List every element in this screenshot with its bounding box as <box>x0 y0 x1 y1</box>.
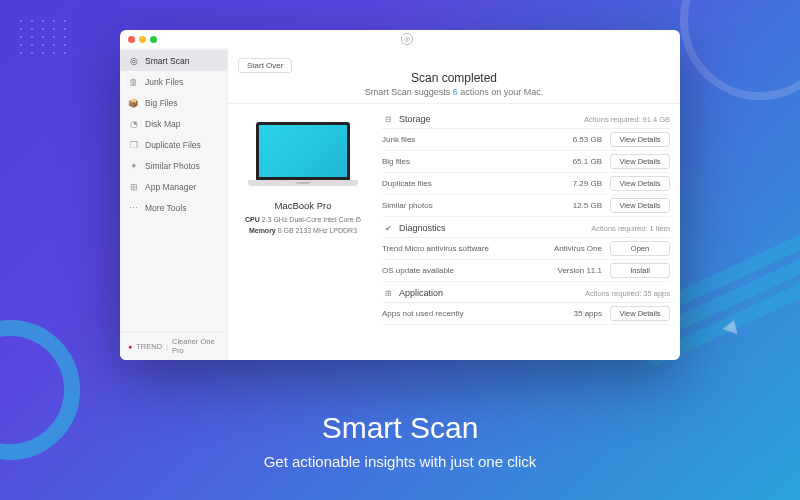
sidebar-item-app-manager[interactable]: ⊞App Manager <box>120 176 227 197</box>
sidebar-item-label: More Tools <box>145 203 186 213</box>
result-row: Trend Micro antivirus softwareAntivirus … <box>382 238 670 260</box>
row-value: Antivirus One <box>550 244 610 253</box>
row-name: Duplicate files <box>382 179 550 188</box>
cpu-spec: 2.3 GHz Dual-Core Intel Core i5 <box>262 216 361 223</box>
disk-map-icon: ◔ <box>128 118 139 129</box>
row-name: Similar photos <box>382 201 550 210</box>
app-manager-icon: ⊞ <box>128 181 139 192</box>
row-action-button[interactable]: View Details <box>610 132 670 147</box>
sidebar-item-smart-scan[interactable]: ◎Smart Scan <box>120 50 227 71</box>
row-name: Big files <box>382 157 550 166</box>
hero-subtitle: Get actionable insights with just one cl… <box>0 453 800 470</box>
sidebar-item-label: Similar Photos <box>145 161 200 171</box>
section-title: Application <box>399 288 443 298</box>
section-meta: Actions required: 1 item <box>591 224 670 233</box>
sidebar-item-label: Big Files <box>145 98 178 108</box>
section-title: Diagnostics <box>399 223 446 233</box>
more-tools-icon: ⋯ <box>128 202 139 213</box>
storage-icon: ⊟ <box>382 113 394 125</box>
hero-title: Smart Scan <box>0 411 800 445</box>
result-row: Similar photos12.5 GBView Details <box>382 195 670 217</box>
sidebar-item-disk-map[interactable]: ◔Disk Map <box>120 113 227 134</box>
macbook-illustration-icon <box>248 122 358 192</box>
close-icon[interactable] <box>128 36 135 43</box>
row-action-button[interactable]: View Details <box>610 306 670 321</box>
row-action-button[interactable]: Install <box>610 263 670 278</box>
result-row: Junk files6.53 GBView Details <box>382 129 670 151</box>
memory-spec: 8 GB 2133 MHz LPDDR3 <box>278 227 357 234</box>
row-name: OS update available <box>382 266 550 275</box>
similar-photos-icon: ✦ <box>128 160 139 171</box>
row-action-button[interactable]: View Details <box>610 176 670 191</box>
smart-scan-icon: ◎ <box>128 55 139 66</box>
sidebar-item-label: Smart Scan <box>145 56 189 66</box>
junk-files-icon: 🗑 <box>128 76 139 87</box>
titlebar: ◎ <box>120 30 680 48</box>
device-name: MacBook Pro <box>238 200 368 211</box>
sidebar-footer: ● TREND | Cleaner One Pro <box>120 331 227 360</box>
page-subtitle: Smart Scan suggests 6 actions on your Ma… <box>228 87 680 97</box>
sidebar-item-label: Disk Map <box>145 119 180 129</box>
sidebar-item-label: Junk Files <box>145 77 183 87</box>
hero-caption: Smart Scan Get actionable insights with … <box>0 411 800 470</box>
row-action-button[interactable]: Open <box>610 241 670 256</box>
scan-summary-header: Scan completed Smart Scan suggests 6 act… <box>228 71 680 104</box>
zoom-icon[interactable] <box>150 36 157 43</box>
device-info: MacBook Pro CPU 2.3 GHz Dual-Core Intel … <box>228 104 378 360</box>
row-value: 35 apps <box>550 309 610 318</box>
big-files-icon: 📦 <box>128 97 139 108</box>
app-window: ◎ ◎Smart Scan🗑Junk Files📦Big Files◔Disk … <box>120 30 680 360</box>
row-value: 12.5 GB <box>550 201 610 210</box>
result-row: OS update availableVersion 11.1Install <box>382 260 670 282</box>
scan-results: ⊟StorageActions required: 91.4 GBJunk fi… <box>378 104 680 360</box>
duplicate-files-icon: ❐ <box>128 139 139 150</box>
row-value: Version 11.1 <box>550 266 610 275</box>
minimize-icon[interactable] <box>139 36 146 43</box>
section-meta: Actions required: 91.4 GB <box>584 115 670 124</box>
sidebar: ◎Smart Scan🗑Junk Files📦Big Files◔Disk Ma… <box>120 48 228 360</box>
row-value: 7.29 GB <box>550 179 610 188</box>
result-row: Apps not used recently35 appsView Detail… <box>382 303 670 325</box>
section-header-application: ⊞ApplicationActions required: 35 apps <box>382 282 670 303</box>
sidebar-item-big-files[interactable]: 📦Big Files <box>120 92 227 113</box>
product-label: Cleaner One Pro <box>172 337 219 355</box>
section-header-diagnostics: ✔DiagnosticsActions required: 1 item <box>382 217 670 238</box>
section-meta: Actions required: 35 apps <box>585 289 670 298</box>
sidebar-item-label: Duplicate Files <box>145 140 201 150</box>
diagnostics-icon: ✔ <box>382 222 394 234</box>
row-value: 6.53 GB <box>550 135 610 144</box>
result-row: Big files65.1 GBView Details <box>382 151 670 173</box>
row-name: Trend Micro antivirus software <box>382 244 550 253</box>
brand-logo: ● <box>128 343 132 350</box>
row-value: 65.1 GB <box>550 157 610 166</box>
row-action-button[interactable]: View Details <box>610 154 670 169</box>
decorative-dots <box>20 20 69 54</box>
sidebar-item-more-tools[interactable]: ⋯More Tools <box>120 197 227 218</box>
sidebar-item-label: App Manager <box>145 182 196 192</box>
brand-label: TREND <box>136 342 162 351</box>
page-title: Scan completed <box>228 71 680 85</box>
sidebar-item-junk-files[interactable]: 🗑Junk Files <box>120 71 227 92</box>
result-row: Duplicate files7.29 GBView Details <box>382 173 670 195</box>
decorative-circle <box>680 0 800 100</box>
application-icon: ⊞ <box>382 287 394 299</box>
row-action-button[interactable]: View Details <box>610 198 670 213</box>
row-name: Apps not used recently <box>382 309 550 318</box>
app-logo-icon: ◎ <box>401 33 413 45</box>
row-name: Junk files <box>382 135 550 144</box>
sidebar-item-similar-photos[interactable]: ✦Similar Photos <box>120 155 227 176</box>
section-header-storage: ⊟StorageActions required: 91.4 GB <box>382 108 670 129</box>
section-title: Storage <box>399 114 431 124</box>
sidebar-item-duplicate-files[interactable]: ❐Duplicate Files <box>120 134 227 155</box>
main-panel: Start Over Scan completed Smart Scan sug… <box>228 48 680 360</box>
